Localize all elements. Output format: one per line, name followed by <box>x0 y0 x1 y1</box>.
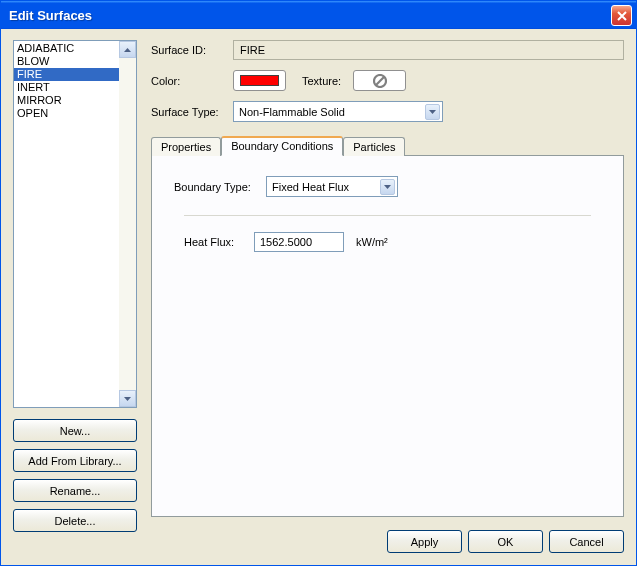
tab-boundary-conditions[interactable]: Boundary Conditions <box>221 136 343 156</box>
color-swatch <box>240 75 279 86</box>
heat-flux-label: Heat Flux: <box>184 236 254 248</box>
window-title: Edit Surfaces <box>9 8 611 23</box>
list-item[interactable]: INERT <box>14 81 136 94</box>
cancel-button[interactable]: Cancel <box>549 530 624 553</box>
close-icon <box>617 11 627 21</box>
texture-button[interactable] <box>353 70 406 91</box>
heat-flux-unit: kW/m² <box>356 236 388 248</box>
dialog-client: ADIABATICBLOWFIREINERTMIRROROPEN New... … <box>1 29 636 565</box>
titlebar: Edit Surfaces <box>1 1 636 30</box>
tab-panel-boundary-conditions: Boundary Type: Fixed Heat Flux Heat Flux… <box>151 155 624 517</box>
color-label: Color: <box>151 75 233 87</box>
texture-label: Texture: <box>302 75 341 87</box>
chevron-down-icon <box>425 104 440 120</box>
scroll-track[interactable] <box>119 58 136 390</box>
tab-particles[interactable]: Particles <box>343 137 405 156</box>
surface-id-label: Surface ID: <box>151 44 233 56</box>
chevron-down-icon <box>124 397 131 401</box>
ok-button[interactable]: OK <box>468 530 543 553</box>
chevron-up-icon <box>124 48 131 52</box>
add-from-library-button[interactable]: Add From Library... <box>13 449 137 472</box>
scroll-up-button[interactable] <box>119 41 136 58</box>
surface-type-value: Non-Flammable Solid <box>239 106 425 118</box>
boundary-type-select[interactable]: Fixed Heat Flux <box>266 176 398 197</box>
rename-button[interactable]: Rename... <box>13 479 137 502</box>
new-button[interactable]: New... <box>13 419 137 442</box>
surface-type-label: Surface Type: <box>151 106 233 118</box>
boundary-type-value: Fixed Heat Flux <box>272 181 380 193</box>
delete-button[interactable]: Delete... <box>13 509 137 532</box>
svg-line-1 <box>375 76 383 84</box>
chevron-down-icon <box>380 179 395 195</box>
list-item[interactable]: MIRROR <box>14 94 136 107</box>
boundary-type-label: Boundary Type: <box>174 181 266 193</box>
close-button[interactable] <box>611 5 632 26</box>
tab-properties[interactable]: Properties <box>151 137 221 156</box>
scroll-down-button[interactable] <box>119 390 136 407</box>
apply-button[interactable]: Apply <box>387 530 462 553</box>
surface-listbox[interactable]: ADIABATICBLOWFIREINERTMIRROROPEN <box>13 40 137 408</box>
color-swatch-button[interactable] <box>233 70 286 91</box>
tab-strip: PropertiesBoundary ConditionsParticles <box>151 136 624 155</box>
surface-type-select[interactable]: Non-Flammable Solid <box>233 101 443 122</box>
heat-flux-input[interactable] <box>254 232 344 252</box>
scrollbar[interactable] <box>119 41 136 407</box>
list-item[interactable]: ADIABATIC <box>14 42 136 55</box>
list-item[interactable]: FIRE <box>14 68 136 81</box>
no-texture-icon <box>373 74 387 88</box>
list-item[interactable]: OPEN <box>14 107 136 120</box>
list-item[interactable]: BLOW <box>14 55 136 68</box>
surface-id-field: FIRE <box>233 40 624 60</box>
